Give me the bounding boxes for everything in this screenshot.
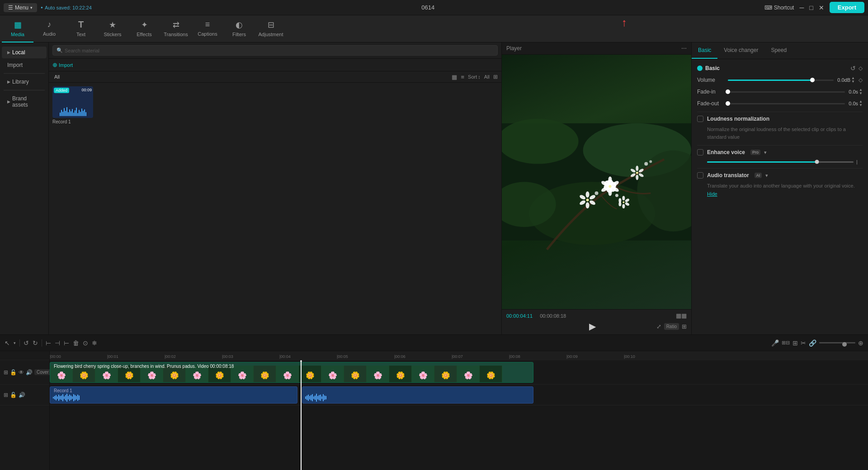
delete-button[interactable]: 🗑 bbox=[73, 339, 79, 347]
enhance-thumb[interactable] bbox=[815, 160, 819, 164]
nav-audio[interactable]: ♪ Audio bbox=[33, 15, 65, 42]
svg-point-18 bbox=[609, 185, 611, 188]
timeline-playhead[interactable] bbox=[301, 360, 302, 470]
menu-button[interactable]: ☰ Menu ▾ bbox=[4, 3, 37, 12]
cut-button[interactable]: ✂ bbox=[801, 339, 806, 347]
track-add-icon[interactable]: ⊞ bbox=[4, 369, 8, 376]
minimize-button[interactable]: ─ bbox=[799, 4, 804, 11]
enhance-voice-title: Enhance voice bbox=[707, 149, 745, 155]
filter-icon-button[interactable]: ⊞ bbox=[493, 74, 498, 80]
volume-slider[interactable] bbox=[728, 80, 834, 81]
hide-link[interactable]: Hide bbox=[707, 191, 717, 197]
nav-text[interactable]: T Text bbox=[65, 15, 97, 42]
fade-out-row: Fade-out 0.0s ▲ ▼ bbox=[697, 100, 863, 107]
cursor-dropdown[interactable]: ▾ bbox=[14, 341, 16, 345]
audio-track-lock[interactable]: 🔓 bbox=[10, 392, 17, 398]
list-item[interactable]: Added 00:09 bbox=[52, 86, 93, 124]
text-nav-icon: T bbox=[78, 19, 84, 30]
loudness-checkbox[interactable] bbox=[697, 116, 703, 122]
cover-button[interactable]: Cover bbox=[34, 369, 51, 375]
nav-media[interactable]: ▦ Media bbox=[2, 15, 33, 42]
tab-voice-changer[interactable]: Voice changer bbox=[717, 42, 764, 59]
all-label: All bbox=[52, 73, 61, 80]
fade-out-thumb[interactable] bbox=[726, 101, 730, 106]
tab-speed[interactable]: Speed bbox=[764, 42, 793, 59]
split-view-button[interactable]: ⊞ bbox=[793, 339, 798, 347]
shortcut-button[interactable]: ⌨ Shortcut bbox=[764, 5, 794, 11]
audio-clip-right[interactable] bbox=[302, 386, 533, 404]
audio-track-add[interactable]: ⊞ bbox=[4, 392, 8, 398]
fade-in-thumb[interactable] bbox=[726, 89, 730, 94]
split-button[interactable]: ⊢ bbox=[46, 339, 51, 347]
group-button[interactable]: ⊙ bbox=[83, 339, 88, 347]
audio-track-volume[interactable]: 🔊 bbox=[19, 392, 25, 398]
keyframe-button[interactable]: ◇ bbox=[859, 65, 863, 72]
add-track-button[interactable]: ⊕ bbox=[858, 339, 863, 347]
timeline-view-button[interactable]: ▦▦ bbox=[676, 312, 687, 319]
zoom-slider[interactable] bbox=[819, 342, 855, 343]
enhance-voice-slider[interactable] bbox=[707, 161, 854, 163]
track-lock-icon[interactable]: 🔓 bbox=[10, 369, 17, 376]
fade-in-down[interactable]: ▼ bbox=[859, 92, 863, 95]
sidebar-divider bbox=[4, 73, 45, 74]
ratio-button[interactable]: Ratio bbox=[664, 323, 679, 330]
all-filter-button[interactable]: All bbox=[484, 74, 490, 80]
nav-stickers[interactable]: ★ Stickers bbox=[97, 15, 128, 42]
play-button[interactable]: ▶ bbox=[589, 321, 596, 332]
player-time: 00:00:04:11 00:00:08:18 bbox=[506, 313, 566, 319]
ruler-mark-9: |00:09 bbox=[566, 354, 578, 360]
track-audio-icon[interactable]: 🔊 bbox=[26, 369, 33, 376]
sidebar-item-brand-assets[interactable]: ▶ Brand assets bbox=[2, 93, 47, 111]
fade-out-slider[interactable] bbox=[728, 103, 845, 104]
redo-button[interactable]: ↻ bbox=[33, 339, 38, 347]
grid-view-button[interactable]: ▦ bbox=[452, 74, 457, 80]
fade-out-down[interactable]: ▼ bbox=[859, 103, 863, 107]
nav-effects[interactable]: ✦ Effects bbox=[128, 15, 160, 42]
fullscreen-button[interactable]: ⤢ bbox=[656, 323, 661, 330]
link-button[interactable]: 🔗 bbox=[809, 339, 816, 347]
sidebar-item-local[interactable]: ▶ Local bbox=[2, 47, 47, 58]
cursor-tool-button[interactable]: ↖ bbox=[5, 339, 10, 347]
audio-clip-left[interactable]: Record 1 bbox=[50, 386, 297, 404]
enhance-voice-dropdown[interactable]: ▾ bbox=[764, 150, 767, 155]
close-button[interactable]: ✕ bbox=[819, 4, 824, 11]
sidebar-item-import[interactable]: Import bbox=[2, 59, 47, 71]
pip-button[interactable]: ⊞ bbox=[682, 323, 687, 330]
crop-left-button[interactable]: ⊣ bbox=[55, 339, 60, 347]
player-menu-icon[interactable]: ⋯ bbox=[681, 45, 687, 52]
mic-button[interactable]: 🎤 bbox=[771, 339, 779, 347]
crop-right-button[interactable]: ⊢ bbox=[64, 339, 69, 347]
zoom-thumb[interactable] bbox=[842, 342, 847, 347]
nav-filters[interactable]: ◐ Filters bbox=[223, 15, 255, 42]
list-view-button[interactable]: ≡ bbox=[461, 74, 464, 80]
svg-point-22 bbox=[586, 202, 590, 208]
undo-button[interactable]: ↺ bbox=[24, 339, 29, 347]
nav-captions[interactable]: ≡ Captions bbox=[192, 15, 223, 42]
video-track-icons: ⊞ 🔓 👁 🔊 Cover bbox=[4, 369, 51, 376]
tab-basic[interactable]: Basic bbox=[692, 42, 717, 59]
sort-icon: ↕ bbox=[478, 74, 481, 80]
fade-in-slider[interactable] bbox=[728, 91, 845, 93]
sort-button[interactable]: Sort ↕ bbox=[468, 74, 481, 80]
audio-translator-checkbox[interactable] bbox=[697, 172, 703, 179]
media-item-name: Record 1 bbox=[52, 119, 93, 124]
maximize-button[interactable]: □ bbox=[809, 4, 813, 11]
track-eye-icon[interactable]: 👁 bbox=[19, 369, 24, 376]
fit-button[interactable]: ⊞⊟ bbox=[782, 340, 790, 346]
reset-button[interactable]: ↺ bbox=[850, 65, 856, 72]
audio-translator-dropdown[interactable]: ▾ bbox=[765, 173, 768, 179]
nav-transitions[interactable]: ⇄ Transitions bbox=[160, 15, 192, 42]
volume-keyframe-button[interactable]: ◇ bbox=[859, 77, 863, 83]
nav-adjustment[interactable]: ⊟ Adjustment bbox=[255, 15, 287, 42]
freeze-button[interactable]: ❄ bbox=[92, 339, 97, 347]
volume-thumb[interactable] bbox=[810, 78, 815, 82]
effects-nav-icon: ✦ bbox=[141, 20, 148, 30]
top-right-actions: ⌨ Shortcut ─ □ ✕ Export bbox=[764, 2, 864, 13]
sidebar-item-library[interactable]: ▶ Library bbox=[2, 76, 47, 88]
video-clip[interactable]: Flowering bird cherry spring close-up, b… bbox=[50, 362, 533, 383]
volume-down[interactable]: ▼ bbox=[851, 80, 855, 84]
export-button[interactable]: Export bbox=[830, 2, 864, 13]
import-button[interactable]: Import bbox=[52, 61, 73, 68]
enhance-voice-checkbox[interactable] bbox=[697, 149, 703, 155]
ruler-mark-7: |00:07 bbox=[452, 354, 463, 360]
